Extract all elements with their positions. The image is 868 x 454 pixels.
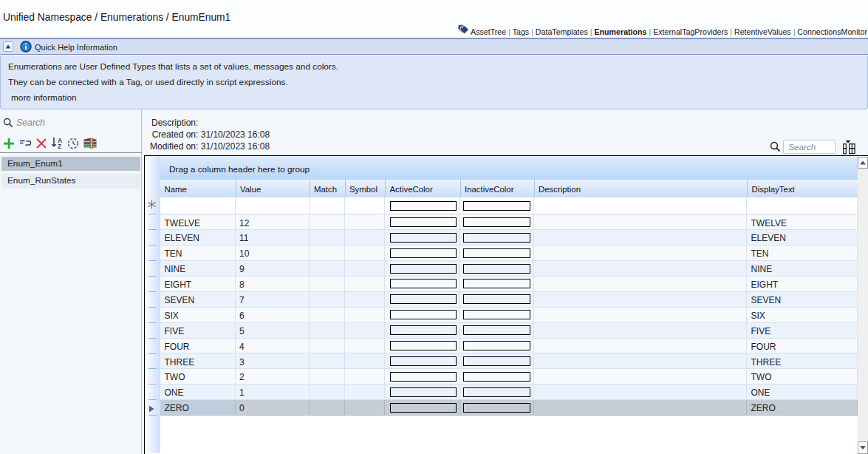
svg-text:Z: Z [58,143,61,149]
